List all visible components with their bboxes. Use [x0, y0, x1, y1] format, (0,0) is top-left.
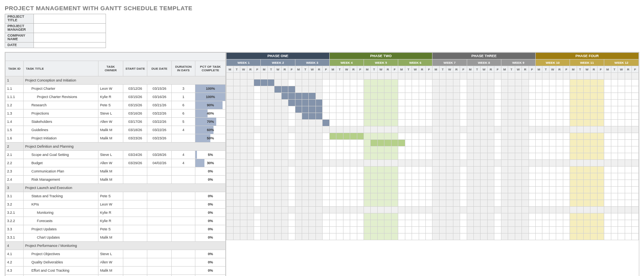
gantt-cell[interactable]: [570, 213, 577, 220]
gantt-cell[interactable]: [590, 113, 597, 120]
gantt-cell[interactable]: [343, 207, 350, 213]
gantt-cell[interactable]: [446, 227, 453, 233]
gantt-cell[interactable]: [412, 106, 419, 113]
gantt-cell[interactable]: [563, 146, 570, 153]
gantt-cell[interactable]: [494, 100, 501, 106]
gantt-cell[interactable]: [357, 93, 364, 100]
gantt-cell[interactable]: [432, 180, 439, 187]
gantt-cell[interactable]: [439, 100, 446, 106]
gantt-cell[interactable]: [590, 100, 597, 106]
task-duration[interactable]: [172, 267, 195, 275]
gantt-cell[interactable]: [611, 100, 618, 106]
gantt-cell[interactable]: [522, 146, 529, 153]
gantt-cell[interactable]: [405, 213, 412, 220]
task-due[interactable]: [147, 167, 172, 176]
gantt-cell[interactable]: [542, 207, 549, 213]
gantt-cell[interactable]: [590, 227, 597, 233]
gantt-cell[interactable]: [323, 180, 329, 187]
gantt-cell[interactable]: [590, 106, 597, 113]
task-title[interactable]: Stakeholders: [23, 118, 98, 126]
gantt-cell[interactable]: [481, 213, 488, 220]
gantt-cell[interactable]: [267, 113, 274, 120]
task-duration[interactable]: 3: [172, 85, 195, 93]
gantt-cell[interactable]: [261, 153, 267, 160]
gantt-cell[interactable]: [275, 106, 282, 113]
gantt-cell[interactable]: [226, 120, 233, 126]
gantt-cell[interactable]: [425, 193, 432, 200]
gantt-cell[interactable]: [522, 106, 529, 113]
gantt-cell[interactable]: [247, 126, 254, 133]
gantt-cell[interactable]: [371, 180, 377, 187]
gantt-cell[interactable]: [233, 213, 240, 220]
gantt-cell[interactable]: [309, 207, 316, 213]
gantt-cell[interactable]: [535, 200, 542, 207]
gantt-cell[interactable]: [597, 213, 604, 220]
gantt-cell[interactable]: [281, 146, 288, 153]
gantt-cell[interactable]: [275, 93, 282, 100]
gantt-cell[interactable]: [226, 113, 233, 120]
gantt-cell[interactable]: [535, 180, 542, 187]
gantt-cell[interactable]: [432, 73, 439, 80]
gantt-cell[interactable]: [261, 173, 267, 180]
gantt-cell[interactable]: [460, 213, 467, 220]
gantt-cell[interactable]: [288, 200, 295, 207]
gantt-cell[interactable]: [453, 227, 460, 233]
gantt-cell[interactable]: [309, 73, 316, 80]
gantt-cell[interactable]: [405, 153, 412, 160]
gantt-cell[interactable]: [508, 100, 515, 106]
gantt-cell[interactable]: [542, 220, 549, 227]
gantt-cell[interactable]: [494, 120, 501, 126]
gantt-cell[interactable]: [542, 113, 549, 120]
task-duration[interactable]: [172, 134, 195, 143]
gantt-cell[interactable]: [350, 160, 357, 167]
task-title[interactable]: Project Initiation: [23, 134, 98, 143]
gantt-cell[interactable]: [343, 167, 350, 173]
task-due[interactable]: [147, 225, 172, 233]
gantt-cell[interactable]: [625, 120, 631, 126]
gantt-cell[interactable]: [535, 233, 542, 240]
gantt-cell[interactable]: [487, 120, 494, 126]
task-duration[interactable]: [172, 217, 195, 225]
gantt-cell[interactable]: [508, 106, 515, 113]
gantt-cell[interactable]: [604, 126, 611, 133]
gantt-cell[interactable]: [432, 140, 439, 146]
gantt-cell[interactable]: [474, 113, 481, 120]
gantt-cell[interactable]: [384, 146, 391, 153]
task-start[interactable]: [123, 233, 147, 242]
gantt-cell[interactable]: [556, 153, 563, 160]
gantt-cell[interactable]: [487, 93, 494, 100]
gantt-cell[interactable]: [275, 140, 282, 146]
gantt-cell[interactable]: [508, 207, 515, 213]
gantt-cell[interactable]: [453, 140, 460, 146]
gantt-cell[interactable]: [515, 93, 522, 100]
gantt-cell[interactable]: [481, 73, 488, 80]
gantt-cell[interactable]: [295, 173, 302, 180]
gantt-cell[interactable]: [247, 160, 254, 167]
gantt-cell[interactable]: [570, 160, 577, 167]
gantt-cell[interactable]: [261, 100, 267, 106]
gantt-cell[interactable]: [481, 187, 488, 193]
gantt-cell[interactable]: [261, 167, 267, 173]
gantt-cell[interactable]: [357, 140, 364, 146]
task-owner[interactable]: Kylie R: [98, 209, 123, 217]
gantt-cell[interactable]: [590, 200, 597, 207]
gantt-cell[interactable]: [556, 207, 563, 213]
gantt-cell[interactable]: [419, 167, 425, 173]
gantt-cell[interactable]: [618, 133, 625, 140]
gantt-cell[interactable]: [425, 133, 432, 140]
gantt-cell[interactable]: [425, 100, 432, 106]
gantt-cell[interactable]: [309, 180, 316, 187]
gantt-cell[interactable]: [295, 167, 302, 173]
gantt-cell[interactable]: [467, 213, 473, 220]
task-pct[interactable]: 40%: [195, 109, 226, 118]
gantt-cell[interactable]: [377, 113, 384, 120]
gantt-cell[interactable]: [254, 113, 261, 120]
gantt-cell[interactable]: [309, 113, 316, 120]
gantt-cell[interactable]: [446, 93, 453, 100]
gantt-cell[interactable]: [570, 153, 577, 160]
gantt-cell[interactable]: [501, 160, 508, 167]
gantt-cell[interactable]: [460, 86, 467, 93]
gantt-cell[interactable]: [570, 227, 577, 233]
gantt-cell[interactable]: [439, 173, 446, 180]
gantt-cell[interactable]: [501, 180, 508, 187]
